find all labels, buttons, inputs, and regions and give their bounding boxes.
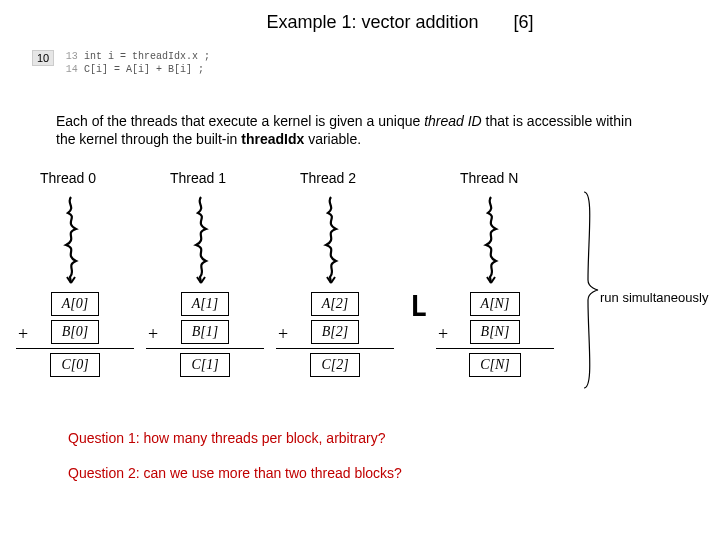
result-c: C[0] xyxy=(50,353,99,377)
operand-b: B[N] xyxy=(470,320,521,344)
operand-b: B[1] xyxy=(181,320,229,344)
para-bold: threadIdx xyxy=(241,131,304,147)
title-text: Example 1: vector addition xyxy=(266,12,478,32)
brace-icon xyxy=(580,190,600,393)
plus-icon: + xyxy=(148,324,158,345)
title-reference: [6] xyxy=(514,12,534,33)
question-2: Question 2: can we use more than two thr… xyxy=(68,465,402,481)
operand-b: B[0] xyxy=(51,320,99,344)
question-1: Question 1: how many threads per block, … xyxy=(68,430,386,446)
description-paragraph: Each of the threads that execute a kerne… xyxy=(56,112,636,148)
thread-label: Thread N xyxy=(460,170,590,186)
calc-column: + A[1] B[1] C[1] xyxy=(140,290,270,379)
calc-column: + A[N] B[N] C[N] xyxy=(430,290,560,379)
plus-icon: + xyxy=(278,324,288,345)
operand-a: A[N] xyxy=(470,292,521,316)
thread-labels-row: Thread 0 Thread 1 Thread 2 Thread N xyxy=(40,170,600,186)
line-number: 14 xyxy=(62,63,78,76)
thread-label: Thread 2 xyxy=(300,170,430,186)
equals-line xyxy=(436,348,554,349)
thread-spring-icon xyxy=(56,195,186,288)
para-emph: thread ID xyxy=(424,113,482,129)
operand-a: A[0] xyxy=(51,292,99,316)
ellipsis-icon: L xyxy=(410,290,427,323)
thread-label: Thread 1 xyxy=(170,170,300,186)
calc-column: + A[0] B[0] C[0] xyxy=(10,290,140,379)
result-c: C[N] xyxy=(469,353,521,377)
slide-title: Example 1: vector addition [6] xyxy=(80,0,720,33)
plus-icon: + xyxy=(18,324,28,345)
run-simultaneously-label: run simultaneously xyxy=(600,290,708,305)
thread-spring-icon xyxy=(316,195,446,288)
equals-line xyxy=(276,348,394,349)
calc-column: + A[2] B[2] C[2] xyxy=(270,290,400,379)
operand-a: A[1] xyxy=(181,292,229,316)
para-text: variable. xyxy=(304,131,361,147)
slide-number: 10 xyxy=(32,50,54,66)
calculation-grid: + A[0] B[0] C[0] + A[1] B[1] C[1] + A[2]… xyxy=(10,290,560,379)
code-line: C[i] = A[i] + B[i] ; xyxy=(84,64,204,75)
thread-spring-icon xyxy=(186,195,316,288)
thread-springs-row xyxy=(56,195,616,288)
para-text: Each of the threads that execute a kerne… xyxy=(56,113,424,129)
code-listing: 13int i = threadIdx.x ; 14C[i] = A[i] + … xyxy=(62,50,210,76)
operand-b: B[2] xyxy=(311,320,359,344)
code-block: 10 13int i = threadIdx.x ; 14C[i] = A[i]… xyxy=(32,50,210,76)
code-line: int i = threadIdx.x ; xyxy=(84,51,210,62)
result-c: C[1] xyxy=(180,353,229,377)
thread-label: Thread 0 xyxy=(40,170,170,186)
line-number: 13 xyxy=(62,50,78,63)
operand-a: A[2] xyxy=(311,292,359,316)
equals-line xyxy=(16,348,134,349)
equals-line xyxy=(146,348,264,349)
result-c: C[2] xyxy=(310,353,359,377)
plus-icon: + xyxy=(438,324,448,345)
